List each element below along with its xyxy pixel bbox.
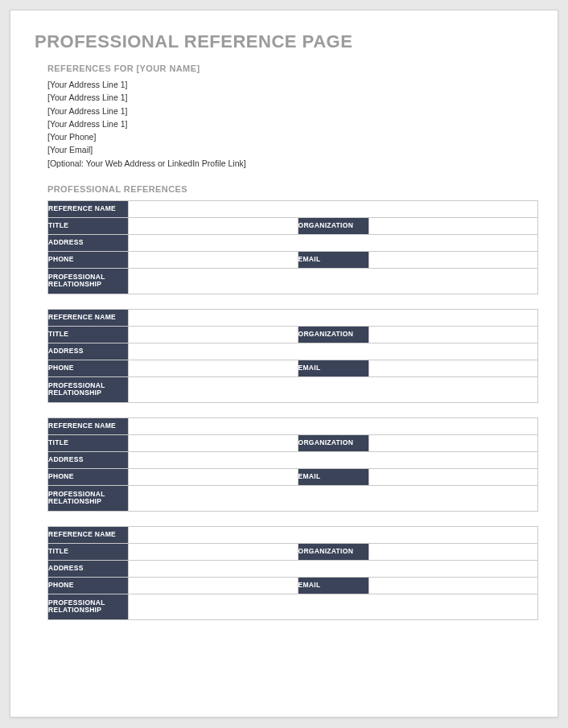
- applicant-info-block: [Your Address Line 1] [Your Address Line…: [47, 78, 533, 170]
- professional-references-heading: PROFESSIONAL REFERENCES: [47, 184, 533, 194]
- references-for-subtitle: REFERENCES FOR [YOUR NAME]: [47, 64, 533, 73]
- info-line: [Optional: Your Web Address or LinkedIn …: [47, 157, 533, 170]
- reference-table: REFERENCE NAME TITLE ORGANIZATION ADDRES…: [47, 309, 538, 403]
- label-reference-name: REFERENCE NAME: [48, 526, 129, 543]
- label-organization: ORGANIZATION: [298, 217, 368, 234]
- value-phone[interactable]: [129, 468, 298, 485]
- info-line: [Your Address Line 1]: [47, 78, 533, 91]
- value-address[interactable]: [129, 234, 538, 251]
- value-email[interactable]: [368, 468, 538, 485]
- label-organization: ORGANIZATION: [298, 543, 368, 560]
- info-line: [Your Phone]: [47, 130, 533, 143]
- label-phone: PHONE: [48, 360, 129, 376]
- value-address[interactable]: [129, 560, 538, 577]
- label-title: TITLE: [48, 434, 129, 451]
- value-relationship[interactable]: [129, 594, 538, 619]
- value-title[interactable]: [129, 326, 298, 343]
- label-email: EMAIL: [298, 251, 368, 268]
- value-title[interactable]: [129, 543, 298, 560]
- label-relationship: PROFESSIONAL RELATIONSHIP: [48, 485, 129, 511]
- info-line: [Your Email]: [47, 143, 533, 156]
- value-title[interactable]: [129, 217, 298, 234]
- label-address: ADDRESS: [48, 451, 129, 468]
- label-phone: PHONE: [48, 251, 129, 268]
- label-address: ADDRESS: [48, 234, 129, 251]
- value-organization[interactable]: [368, 543, 538, 560]
- label-reference-name: REFERENCE NAME: [48, 417, 129, 434]
- label-reference-name: REFERENCE NAME: [48, 200, 129, 217]
- label-title: TITLE: [48, 326, 129, 343]
- label-title: TITLE: [48, 543, 129, 560]
- value-address[interactable]: [129, 343, 538, 360]
- value-relationship[interactable]: [129, 268, 538, 294]
- value-organization[interactable]: [368, 217, 538, 234]
- reference-table: REFERENCE NAME TITLE ORGANIZATION ADDRES…: [47, 526, 538, 620]
- label-title: TITLE: [48, 217, 129, 234]
- value-reference-name[interactable]: [129, 526, 538, 543]
- value-email[interactable]: [368, 251, 538, 268]
- value-address[interactable]: [129, 451, 538, 468]
- label-reference-name: REFERENCE NAME: [48, 309, 129, 326]
- value-reference-name[interactable]: [129, 417, 538, 434]
- reference-table: REFERENCE NAME TITLE ORGANIZATION ADDRES…: [47, 417, 538, 512]
- label-organization: ORGANIZATION: [298, 326, 368, 343]
- value-phone[interactable]: [129, 251, 298, 268]
- label-relationship: PROFESSIONAL RELATIONSHIP: [48, 376, 129, 402]
- label-phone: PHONE: [48, 577, 129, 594]
- value-organization[interactable]: [368, 326, 538, 343]
- value-phone[interactable]: [129, 577, 298, 594]
- value-organization[interactable]: [368, 434, 538, 451]
- label-email: EMAIL: [298, 360, 368, 376]
- info-line: [Your Address Line 1]: [47, 117, 533, 130]
- value-email[interactable]: [368, 360, 538, 376]
- reference-table: REFERENCE NAME TITLE ORGANIZATION ADDRES…: [47, 200, 538, 294]
- label-address: ADDRESS: [48, 343, 129, 360]
- value-reference-name[interactable]: [129, 200, 538, 217]
- value-reference-name[interactable]: [129, 309, 538, 326]
- label-phone: PHONE: [48, 468, 129, 485]
- value-relationship[interactable]: [129, 485, 538, 511]
- label-address: ADDRESS: [48, 560, 129, 577]
- value-relationship[interactable]: [129, 376, 538, 402]
- label-email: EMAIL: [298, 577, 368, 594]
- label-organization: ORGANIZATION: [298, 434, 368, 451]
- label-email: EMAIL: [298, 468, 368, 485]
- page-title: PROFESSIONAL REFERENCE PAGE: [35, 31, 533, 52]
- label-relationship: PROFESSIONAL RELATIONSHIP: [48, 594, 129, 619]
- label-relationship: PROFESSIONAL RELATIONSHIP: [48, 268, 129, 294]
- info-line: [Your Address Line 1]: [47, 91, 533, 104]
- document-page: PROFESSIONAL REFERENCE PAGE REFERENCES F…: [10, 10, 558, 718]
- value-phone[interactable]: [129, 360, 298, 376]
- value-title[interactable]: [129, 434, 298, 451]
- info-line: [Your Address Line 1]: [47, 105, 533, 117]
- value-email[interactable]: [368, 577, 538, 594]
